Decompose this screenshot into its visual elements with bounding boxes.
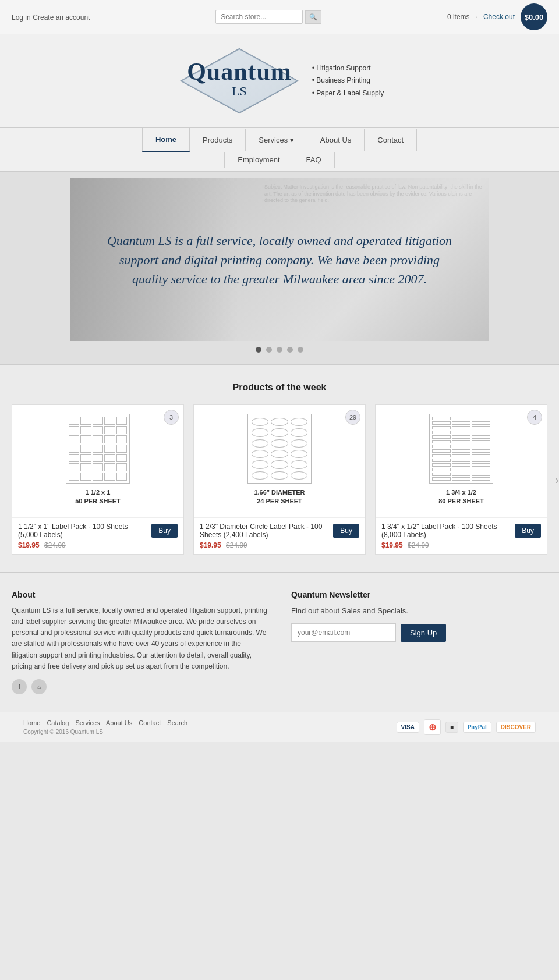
search-input[interactable] [215, 10, 303, 24]
circle-label-cell [291, 428, 307, 436]
sale-price-2: $19.95 [200, 541, 221, 549]
label-cell [452, 468, 470, 471]
circle-label-cell [271, 428, 288, 436]
sale-price-1: $19.95 [18, 541, 40, 549]
label-cell [93, 445, 103, 453]
cart-total-button[interactable]: $0.00 [521, 3, 547, 30]
label-cell [116, 417, 127, 425]
circle-label-cell [271, 450, 288, 458]
buy-button-3[interactable]: Buy [515, 524, 541, 538]
facebook-icon[interactable]: f [12, 679, 27, 694]
tagline-3: Paper & Label Supply [312, 87, 384, 100]
label-cell [472, 426, 490, 429]
social-links: f ⌂ [12, 679, 268, 694]
nav-item-services[interactable]: Services ▾ [246, 129, 307, 151]
circle-label-cell [291, 418, 307, 426]
label-cell [452, 473, 470, 476]
sale-price-3: $19.95 [381, 541, 403, 549]
hero-dot-4[interactable] [287, 347, 293, 353]
price-row-3: $19.95 $24.99 [381, 541, 541, 549]
product-badge-3: 4 [527, 410, 542, 425]
label-cell [472, 463, 490, 467]
label-cell [93, 417, 103, 425]
circle-label-cell [291, 439, 307, 448]
hero-dot-2[interactable] [266, 347, 272, 353]
label-cell [452, 463, 470, 467]
circle-label-cell [271, 418, 288, 426]
payment-icons: VISA ⊕ ■ PayPal DISCOVER [397, 719, 536, 735]
search-button[interactable]: 🔍 [305, 10, 321, 24]
footer-link-home[interactable]: Home [23, 719, 40, 726]
product-badge-1: 3 [164, 410, 179, 425]
hero-slider: Subject Matter Investigation is the reas… [70, 178, 489, 341]
label-cell [104, 445, 115, 453]
products-title: Products of the week [12, 382, 547, 393]
label-cell [472, 435, 490, 439]
nav-item-about[interactable]: About Us [307, 129, 365, 151]
rss-icon[interactable]: ⌂ [31, 679, 47, 694]
products-next-arrow[interactable]: › [555, 473, 559, 486]
buy-button-1[interactable]: Buy [151, 524, 178, 538]
label-cell [104, 417, 115, 425]
nav-row-1: Home Products Services ▾ About Us Contac… [0, 128, 559, 152]
circle-label-cell [252, 439, 268, 448]
tagline-1: Litigation Support [312, 62, 384, 75]
label-cell [432, 468, 451, 471]
newsletter-title: Quantum Newsletter [291, 590, 547, 599]
label-cell [432, 463, 451, 467]
logo-area: Quantum LS Litigation Support Business P… [175, 46, 384, 116]
label-cell [432, 449, 451, 453]
label-cell [432, 445, 451, 448]
nav-item-faq[interactable]: FAQ [293, 152, 335, 168]
checkout-link[interactable]: Check out [483, 13, 515, 21]
label-cell [93, 426, 103, 434]
product-image-1: 3 [12, 405, 183, 518]
circle-label-cell [291, 471, 307, 480]
label-cell [472, 449, 490, 453]
footer-link-services[interactable]: Services [75, 719, 100, 726]
label-cell [69, 473, 79, 481]
auth-links: Log in Create an account [12, 13, 90, 22]
footer-link-contact[interactable]: Contact [139, 719, 161, 726]
price-row-2: $19.95 $24.99 [200, 541, 359, 549]
price-row-1: $19.95 $24.99 [18, 541, 178, 549]
email-input[interactable] [291, 623, 396, 642]
amex-icon: ■ [445, 722, 458, 733]
login-link[interactable]: Log in [12, 13, 31, 22]
footer-link-about[interactable]: About Us [106, 719, 132, 726]
label-cell [452, 435, 470, 439]
label-cell [452, 454, 470, 457]
product-info-3: 1 3/4" x 1/2" Label Pack - 100 Sheets (8… [376, 518, 547, 554]
hero-dot-3[interactable] [277, 347, 282, 353]
label-cell [104, 473, 115, 481]
footer-link-catalog[interactable]: Catalog [47, 719, 69, 726]
label-cell [93, 473, 103, 481]
label-cell [80, 445, 91, 453]
label-cell [93, 435, 103, 443]
label-cell [69, 426, 79, 434]
nav-item-employment[interactable]: Employment [224, 152, 293, 168]
site-footer: Home Catalog Services About Us Contact S… [0, 712, 559, 742]
product-image-2: 29 [194, 405, 365, 518]
footer-link-search[interactable]: Search [167, 719, 187, 726]
hero-dot-1[interactable] [256, 347, 261, 353]
label-cell [452, 449, 470, 453]
circle-label-cell [271, 439, 288, 448]
label-cell [69, 463, 79, 471]
label-preview-3 [429, 414, 493, 484]
product-size-1: 1 1/2 x 1 50 PER SHEET [72, 484, 123, 509]
label-cell [472, 440, 490, 443]
hero-dot-5[interactable] [298, 347, 303, 353]
nav-item-home[interactable]: Home [142, 128, 190, 152]
label-cell [116, 435, 127, 443]
label-cell [69, 417, 79, 425]
nav-item-contact[interactable]: Contact [365, 129, 417, 151]
nav-item-products[interactable]: Products [190, 129, 246, 151]
buy-button-2[interactable]: Buy [333, 524, 359, 538]
signup-button[interactable]: Sign Up [401, 624, 446, 642]
create-account-link[interactable]: Create an account [33, 13, 90, 22]
orig-price-2: $24.99 [226, 541, 247, 549]
label-cell [93, 463, 103, 471]
label-cell [472, 468, 490, 471]
label-cell [452, 431, 470, 434]
